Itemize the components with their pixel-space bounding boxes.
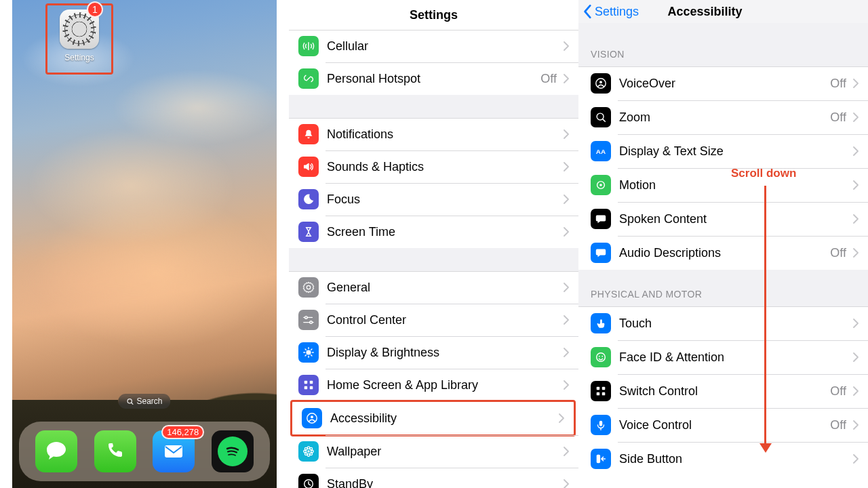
annotation-accessibility-highlight: Accessibility	[290, 400, 576, 436]
spotify-icon	[218, 436, 248, 466]
chevron-icon	[564, 479, 569, 488]
zoom-icon	[591, 107, 611, 127]
row-label: Cellular	[327, 39, 558, 54]
section-header-vision: VISION	[578, 23, 868, 66]
chevron-icon	[564, 380, 569, 390]
chevron-icon	[853, 386, 859, 396]
row-control-center[interactable]: Control Center	[289, 304, 578, 336]
annotation-scroll-label: Scroll down	[731, 167, 819, 180]
back-button[interactable]: Settings	[583, 0, 639, 23]
phone-icon	[102, 438, 129, 465]
side-button-icon	[591, 449, 611, 469]
dock-spotify-app[interactable]	[212, 430, 254, 472]
row-touch[interactable]: Touch	[578, 306, 868, 340]
chevron-icon	[853, 248, 859, 258]
display-brightness-icon	[298, 342, 319, 363]
chevron-icon	[564, 348, 569, 357]
dock: 146,278	[19, 422, 270, 481]
chevron-icon	[853, 113, 859, 122]
annotation-scroll-arrow	[761, 186, 770, 453]
row-spoken-content[interactable]: Spoken Content	[578, 202, 868, 236]
row-side-button[interactable]: Side Button	[578, 442, 868, 476]
settings-app-label: Settings	[64, 53, 94, 62]
row-audio-descriptions[interactable]: Audio Descriptions Off	[578, 236, 868, 270]
chevron-icon	[853, 180, 859, 190]
accessibility-icon	[302, 408, 322, 428]
row-label: Spoken Content	[619, 212, 848, 226]
row-display-text[interactable]: Display & Text Size	[578, 134, 868, 168]
section-header-motor: PHYSICAL AND MOTOR	[578, 270, 868, 306]
annotation-settings-highlight: 1 Settings	[45, 3, 113, 75]
dock-messages-app[interactable]	[35, 430, 77, 472]
chevron-icon	[564, 41, 569, 51]
row-screen-time[interactable]: Screen Time	[289, 216, 578, 248]
cellular-icon	[298, 36, 319, 56]
chevron-icon	[853, 352, 859, 362]
chevron-icon	[853, 420, 859, 430]
messages-icon	[43, 438, 70, 465]
row-value: Off	[830, 77, 846, 91]
chevron-icon	[853, 319, 859, 328]
row-faceid[interactable]: Face ID & Attention	[578, 340, 868, 374]
chevron-back-icon	[583, 4, 593, 19]
row-label: Screen Time	[327, 225, 558, 239]
row-cellular[interactable]: Cellular	[289, 30, 578, 62]
list-separator	[289, 248, 578, 271]
row-focus[interactable]: Focus	[289, 183, 578, 216]
row-standby[interactable]: StandBy	[289, 468, 578, 488]
row-home-screen[interactable]: Home Screen & App Library	[289, 369, 578, 401]
row-switch-control[interactable]: Switch Control Off	[578, 374, 868, 408]
mail-badge: 146,278	[161, 425, 204, 439]
settings-list[interactable]: Cellular Personal Hotspot Off Notificati…	[289, 30, 578, 488]
list-separator	[289, 95, 578, 118]
row-label: Face ID & Attention	[619, 350, 848, 365]
page-title: Accessibility	[667, 5, 742, 19]
row-motion[interactable]: Motion	[578, 168, 868, 202]
row-label: Display & Brightness	[327, 346, 558, 360]
accessibility-list[interactable]: VISION VoiceOver Off Zoom Off Display & …	[578, 23, 868, 476]
chevron-icon	[564, 195, 569, 204]
row-notifications[interactable]: Notifications	[289, 118, 578, 150]
row-label: VoiceOver	[619, 77, 830, 91]
wallpaper-icon	[298, 441, 319, 462]
row-label: Voice Control	[619, 418, 830, 432]
nav-bar: Settings	[289, 0, 578, 30]
touch-icon	[591, 313, 611, 333]
standby-icon	[298, 474, 319, 488]
row-value: Off	[540, 72, 557, 86]
spoken-content-icon	[591, 209, 611, 229]
dock-phone-app[interactable]	[94, 430, 136, 472]
row-display-brightness[interactable]: Display & Brightness	[289, 336, 578, 369]
chevron-icon	[564, 283, 569, 292]
voice-control-icon	[591, 415, 611, 435]
row-sounds[interactable]: Sounds & Haptics	[289, 150, 578, 183]
row-wallpaper[interactable]: Wallpaper	[289, 435, 578, 468]
row-voiceover[interactable]: VoiceOver Off	[578, 66, 868, 100]
focus-icon	[298, 189, 319, 209]
row-label: Wallpaper	[327, 445, 558, 459]
page-title: Settings	[410, 8, 458, 22]
back-label: Settings	[595, 5, 639, 19]
faceid-icon	[591, 347, 611, 367]
nav-bar: Settings Accessibility	[578, 0, 868, 23]
search-label: Search	[136, 396, 162, 406]
row-label: Personal Hotspot	[327, 72, 540, 86]
chevron-icon	[564, 315, 569, 325]
chevron-icon	[564, 227, 569, 237]
row-accessibility[interactable]: Accessibility	[292, 402, 574, 434]
row-label: Control Center	[327, 313, 558, 327]
row-label: Display & Text Size	[619, 144, 848, 159]
row-label: Zoom	[619, 110, 830, 125]
dock-mail-app[interactable]: 146,278	[153, 430, 195, 472]
row-general[interactable]: General	[289, 271, 578, 304]
row-zoom[interactable]: Zoom Off	[578, 100, 868, 134]
row-value: Off	[830, 418, 846, 432]
row-voice-control[interactable]: Voice Control Off	[578, 408, 868, 442]
row-personal-hotspot[interactable]: Personal Hotspot Off	[289, 62, 578, 95]
row-label: Switch Control	[619, 384, 830, 399]
chevron-icon	[564, 447, 569, 456]
spotlight-search[interactable]: Search	[118, 394, 170, 409]
display-text-icon	[591, 141, 611, 161]
audio-descriptions-icon	[591, 243, 611, 263]
voiceover-icon	[591, 73, 611, 94]
